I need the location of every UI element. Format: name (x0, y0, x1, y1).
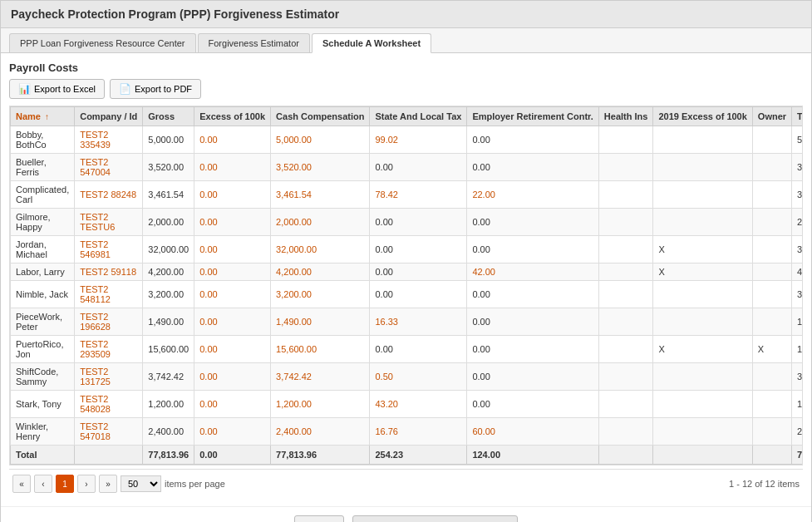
table-cell: 1, (792, 391, 803, 418)
table-cell: 32,000.00 (143, 236, 194, 263)
table-cell: 43.20 (370, 391, 467, 418)
table-cell: 0.00 (370, 236, 467, 263)
col-health-ins: Health Ins (598, 107, 653, 126)
table-cell: 60.00 (467, 418, 598, 446)
footer-cash-comp: 77,813.96 (271, 446, 370, 465)
table-cell: 0.00 (467, 391, 598, 418)
table-row: Complicated, CarlTEST2 882483,461.540.00… (11, 181, 804, 209)
table-cell: TEST2 547004 (75, 154, 143, 181)
table-cell: 0.50 (370, 363, 467, 391)
table-cell: 78.42 (370, 181, 467, 209)
export-pdf-button[interactable]: 📄 Export to PDF (110, 79, 201, 99)
sort-arrow-name: ↑ (45, 112, 49, 121)
table-cell (598, 209, 653, 236)
content-area: Payroll Costs 📊 Export to Excel 📄 Export… (1, 53, 811, 506)
table-cell (752, 308, 791, 336)
add-calculations-button[interactable]: Add calculations to Schedule A (352, 515, 518, 522)
table-cell: TEST2 293509 (75, 336, 143, 363)
pagination-bar: « ‹ 1 › » 10 25 50 100 items per page 1 … (9, 469, 803, 498)
footer-company (75, 446, 143, 465)
table-cell: 0.00 (370, 281, 467, 308)
table-cell (653, 308, 752, 336)
table-cell: 1, (792, 308, 803, 336)
table-cell: 15, (792, 336, 803, 363)
table-cell: 3,461.54 (271, 181, 370, 209)
table-cell: 3,200.00 (143, 281, 194, 308)
section-title: Payroll Costs (9, 62, 803, 74)
footer-owner (752, 446, 791, 465)
col-cash-comp: Cash Compensation (271, 107, 370, 126)
col-excess-100k: Excess of 100k (194, 107, 271, 126)
table-cell: 4, (792, 263, 803, 281)
table-cell: 1,490.00 (143, 308, 194, 336)
per-page-select[interactable]: 10 25 50 100 (121, 475, 161, 492)
table-cell: ShiftCode, Sammy (11, 363, 75, 391)
table-cell: 0.00 (194, 281, 271, 308)
table-cell: 2, (792, 209, 803, 236)
table-cell: 16.76 (370, 418, 467, 446)
table-cell: 5,000.00 (271, 126, 370, 154)
table-cell: 0.00 (194, 209, 271, 236)
tab-ppp-loan[interactable]: PPP Loan Forgiveness Resource Center (9, 33, 196, 52)
tabs-bar: PPP Loan Forgiveness Resource Center For… (1, 28, 811, 53)
table-cell: Stark, Tony (11, 391, 75, 418)
table-cell (752, 418, 791, 446)
page-1-btn[interactable]: 1 (56, 475, 74, 493)
table-row: Gilmore, HappyTEST2 TESTU62,000.000.002,… (11, 209, 804, 236)
col-gross: Gross (143, 107, 194, 126)
last-page-btn[interactable]: » (99, 475, 117, 493)
table-cell: 3,742.42 (271, 363, 370, 391)
table-cell (653, 126, 752, 154)
table-cell: 3, (792, 154, 803, 181)
payroll-table: Name ↑ Company / Id Gross Excess of 100k… (10, 106, 803, 465)
table-cell: 1,200.00 (271, 391, 370, 418)
table-cell: X (752, 336, 791, 363)
table-cell: TEST2 196628 (75, 308, 143, 336)
table-cell: 42.00 (467, 263, 598, 281)
first-page-btn[interactable]: « (12, 475, 31, 493)
tab-schedule-a[interactable]: Schedule A Worksheet (312, 33, 431, 53)
table-row: PuertoRico, JonTEST2 29350915,600.000.00… (11, 336, 804, 363)
table-cell: 3,742.42 (143, 363, 194, 391)
prev-page-btn[interactable]: ‹ (34, 475, 52, 493)
col-employer-retirement: Employer Retirement Contr. (467, 107, 598, 126)
tab-forgiveness[interactable]: Forgiveness Estimator (198, 33, 310, 52)
col-t: T (792, 107, 803, 126)
col-excess-2019: 2019 Excess of 100k (653, 107, 752, 126)
table-cell (752, 263, 791, 281)
table-cell: 15,600.00 (271, 336, 370, 363)
next-page-btn[interactable]: › (77, 475, 96, 493)
table-cell: PuertoRico, Jon (11, 336, 75, 363)
table-cell: 2, (792, 418, 803, 446)
bottom-actions: Back Add calculations to Schedule A (1, 506, 811, 522)
table-cell: Nimble, Jack (11, 281, 75, 308)
table-cell: 4,200.00 (271, 263, 370, 281)
table-row: Nimble, JackTEST2 5481123,200.000.003,20… (11, 281, 804, 308)
table-cell: 3, (792, 181, 803, 209)
table-cell: 0.00 (467, 126, 598, 154)
table-cell: TEST2 88248 (75, 181, 143, 209)
table-cell: 0.00 (194, 126, 271, 154)
table-cell: 3, (792, 363, 803, 391)
footer-t: 70, (792, 446, 803, 465)
table-cell: 0.00 (370, 336, 467, 363)
table-cell: 0.00 (194, 263, 271, 281)
footer-employer-retirement: 124.00 (467, 446, 598, 465)
table-cell: 0.00 (370, 154, 467, 181)
export-excel-button[interactable]: 📊 Export to Excel (9, 79, 105, 99)
pagination-left: « ‹ 1 › » 10 25 50 100 items per page (12, 475, 225, 493)
table-cell: 3,520.00 (271, 154, 370, 181)
table-cell (752, 281, 791, 308)
back-button[interactable]: Back (294, 515, 345, 522)
table-cell: TEST2 548112 (75, 281, 143, 308)
table-cell: 0.00 (467, 236, 598, 263)
table-cell: TEST2 548028 (75, 391, 143, 418)
table-body: Bobby, BothCoTEST2 3354395,000.000.005,0… (11, 126, 804, 446)
app-container: Paycheck Protection Program (PPP) Forgiv… (0, 0, 812, 522)
table-cell: 99.02 (370, 126, 467, 154)
table-cell: 15,600.00 (143, 336, 194, 363)
table-cell: 0.00 (467, 154, 598, 181)
col-name[interactable]: Name ↑ (11, 107, 75, 126)
table-cell (598, 363, 653, 391)
table-cell (598, 181, 653, 209)
